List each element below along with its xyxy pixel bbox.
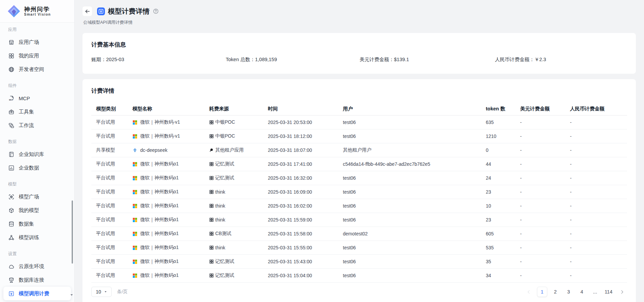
sidebar-item-enterprise-data[interactable]: 企业数据 <box>3 161 71 175</box>
cell-model-category: 平台试用 <box>91 231 128 237</box>
summary-field-label: 人民币计费金额： <box>495 57 534 62</box>
pagination-prev-icon[interactable] <box>524 287 534 297</box>
chevron-down-icon <box>104 290 107 294</box>
cell-rmb-amount: - <box>565 189 627 195</box>
sidebar-item-toolset[interactable]: 工具集 <box>3 105 71 119</box>
summary-field-value: ￥2.3 <box>534 57 546 62</box>
source-name: think <box>215 245 225 250</box>
model-name: 微软｜神州数码o1 <box>140 175 179 181</box>
model-name: 微软｜神州数码o1 <box>140 259 179 265</box>
sidebar-item-model-market[interactable]: 模型广场 <box>3 190 71 203</box>
cell-model-category: 平台试用 <box>91 272 128 279</box>
page-size-select[interactable]: 10 <box>91 287 112 297</box>
source-name: 其他租户应用 <box>215 147 244 153</box>
globe-icon <box>8 66 15 73</box>
cell-rmb-amount: - <box>565 120 627 125</box>
cell-tokens: 535 <box>481 245 515 250</box>
pagination-page-2[interactable]: 2 <box>550 287 560 297</box>
sidebar-item-model-billing[interactable]: 模型调用计费 <box>3 287 71 300</box>
sidebar-item-workflow[interactable]: 工作流 <box>3 119 71 132</box>
cell-model-category: 平台试用 <box>91 245 128 251</box>
page-subtitle: 公域模型API调用计费详情 <box>83 20 159 25</box>
model-category: 平台试用 <box>96 272 115 278</box>
table-row: 平台试用微软｜神州数码o1记忆测试2025-03-31 15:04:00test… <box>91 269 627 283</box>
cell-model-name: dc-deepseek <box>128 147 204 153</box>
sidebar-item-dev-space[interactable]: 开发者空间 <box>3 63 71 76</box>
cell-model-category: 平台试用 <box>91 203 128 209</box>
pagination-page-4[interactable]: 4 <box>577 287 587 297</box>
sidebar-scroll-down-icon[interactable] <box>69 292 74 297</box>
sidebar-item-knowledge-base[interactable]: 企业知识库 <box>3 147 71 161</box>
cell-model-category: 共享模型 <box>91 147 128 153</box>
table-body: 平台试用微软｜神州数码-v1中银POC2025-03-31 20:53:00te… <box>91 116 627 283</box>
cell-source: CB测试 <box>204 231 263 237</box>
cell-model-category: 平台试用 <box>91 217 128 223</box>
table-header-cell: 美元计费金额 <box>515 106 565 112</box>
sidebar-item-mcp[interactable]: MCPMCP <box>3 91 71 105</box>
table-row: 平台试用微软｜神州数码o1think2025-03-31 15:59:00tes… <box>91 213 627 227</box>
table-header-cell: 模型类别 <box>91 106 128 112</box>
table-row: 平台试用微软｜神州数码o1记忆测试2025-03-31 17:41:00c546… <box>91 157 627 171</box>
cell-rmb-amount: - <box>565 175 627 181</box>
user-value: demotest02 <box>343 231 368 236</box>
cell-user: test06 <box>338 189 481 195</box>
time-value: 2025-03-31 15:43:00 <box>268 259 312 264</box>
tokens-value: 1210 <box>486 134 496 139</box>
cell-model-category: 平台试用 <box>91 133 128 139</box>
table-row: 共享模型dc-deepseek其他租户应用2025-03-31 18:07:00… <box>91 143 627 157</box>
cell-model-name: 微软｜神州数码o1 <box>128 217 204 223</box>
cell-model-name: 微软｜神州数码o1 <box>128 259 204 265</box>
cell-user: c546da14-ffbb-449c-abe7-ad2ec7b762e5 <box>338 161 481 167</box>
microsoft-logo-icon <box>132 259 137 264</box>
sidebar-item-model-training[interactable]: 模型训练 <box>3 231 71 244</box>
rmb-value: - <box>570 273 572 278</box>
sidebar-item-my-apps[interactable]: 我的应用 <box>3 49 71 63</box>
sidebar-item-db-connection[interactable]: 数据库连接 <box>3 273 71 287</box>
cell-usd-amount: - <box>515 134 565 139</box>
pagination-page-3[interactable]: 3 <box>564 287 574 297</box>
cell-user: test06 <box>338 175 481 181</box>
tokens-value: 635 <box>486 120 494 125</box>
cell-model-name: 微软｜神州数码o1 <box>128 175 204 181</box>
cell-model-name: 微软｜神州数码o1 <box>128 272 204 279</box>
pagination-page-1[interactable]: 1 <box>537 287 547 297</box>
cloud-icon <box>8 263 15 270</box>
workflow-icon <box>8 122 15 129</box>
rmb-value: - <box>570 231 572 236</box>
help-icon[interactable] <box>153 8 159 14</box>
table-row: 平台试用微软｜神州数码o1记忆测试2025-03-31 16:32:00test… <box>91 171 627 185</box>
microsoft-logo-icon <box>132 134 137 139</box>
pagination-ellipsis[interactable]: ... <box>590 287 600 297</box>
time-value: 2025-03-31 15:59:00 <box>268 217 312 223</box>
time-value: 2025-03-31 18:07:00 <box>268 147 312 153</box>
cell-model-name: 微软｜神州数码o1 <box>128 189 204 195</box>
cell-time: 2025-03-31 15:58:00 <box>263 231 338 236</box>
cell-time: 2025-03-31 20:53:00 <box>263 120 338 125</box>
user-value: test06 <box>343 259 356 264</box>
usd-value: - <box>520 134 522 139</box>
microsoft-logo-icon <box>132 120 137 125</box>
cell-model-category: 平台试用 <box>91 175 128 181</box>
billing-title-icon <box>97 7 105 15</box>
source-name: 记忆测试 <box>215 161 234 167</box>
sidebar-item-datasets[interactable]: 数据集 <box>3 217 71 231</box>
sidebar-item-app-market[interactable]: 应用广场 <box>3 35 71 49</box>
back-button[interactable] <box>82 6 92 16</box>
model-name: 微软｜神州数码o1 <box>140 203 179 209</box>
pagination-next-icon[interactable] <box>617 287 627 297</box>
cell-usd-amount: - <box>515 147 565 153</box>
sidebar-item-cloud-env[interactable]: 云原生环境 <box>3 260 71 273</box>
usd-value: - <box>520 217 522 223</box>
table-row: 平台试用微软｜神州数码-v1中银POC2025-03-31 20:53:00te… <box>91 116 627 129</box>
sidebar-item-my-models[interactable]: 我的模型 <box>3 203 71 217</box>
cell-model-category: 平台试用 <box>91 259 128 265</box>
table-row: 平台试用微软｜神州数码o1记忆测试2025-03-31 15:43:00test… <box>91 255 627 269</box>
source-name: think <box>215 203 225 209</box>
source-name: 记忆测试 <box>215 259 234 265</box>
summary-field: 美元计费金额：$139.1 <box>360 56 495 63</box>
user-value: 其他租户用户 <box>343 147 371 153</box>
pagination-page-114[interactable]: 114 <box>603 287 614 297</box>
cell-model-category: 平台试用 <box>91 161 128 167</box>
cell-tokens: 44 <box>481 161 515 167</box>
sidebar-scrollbar-thumb[interactable] <box>72 200 73 264</box>
